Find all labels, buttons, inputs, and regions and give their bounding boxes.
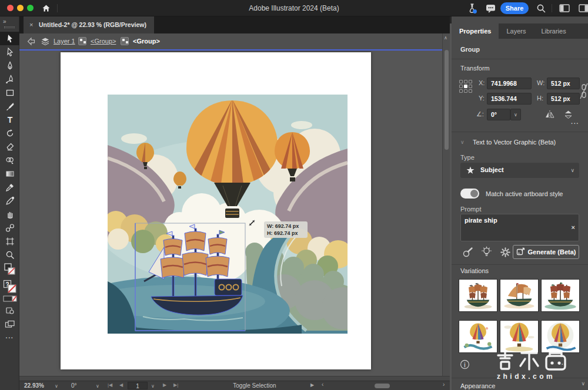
fill-stroke-swatches[interactable] (0, 261, 19, 279)
rotation-value[interactable]: 0° (71, 382, 77, 389)
zoom-level-value[interactable]: 22.93% (24, 382, 44, 389)
pen-tool[interactable] (0, 59, 19, 72)
group-badge-icon-2 (121, 37, 129, 45)
first-artboard-icon[interactable]: |◀ (108, 382, 112, 388)
panel-layout-icon[interactable] (579, 4, 588, 13)
flip-vertical-icon[interactable] (563, 110, 574, 119)
rotation-chevron-icon[interactable]: ∨ (96, 384, 99, 389)
rectangle-tool[interactable] (0, 86, 19, 99)
direct-selection-tool[interactable] (0, 45, 19, 59)
draw-mode-button[interactable] (0, 304, 19, 317)
w-input[interactable]: 512 px (547, 78, 580, 89)
symbol-sprayer-tool[interactable] (0, 180, 19, 194)
zoom-tool[interactable] (0, 248, 19, 261)
variation-thumbnail-2[interactable] (500, 279, 539, 312)
y-input[interactable]: 1536.744 (487, 93, 532, 105)
transform-title: Transform (460, 65, 490, 72)
rotate-tool[interactable] (0, 126, 19, 140)
curvature-tool[interactable] (0, 72, 19, 86)
style-picker-icon[interactable] (462, 247, 473, 258)
artboard-chevron-icon[interactable]: ∨ (151, 384, 155, 389)
last-artboard-icon[interactable]: ▶| (173, 382, 178, 388)
workspace-layout-icon[interactable] (559, 4, 570, 13)
color-none-bar[interactable] (0, 294, 19, 304)
resize-cursor-icon (248, 218, 256, 227)
toolbar-more-button[interactable]: ··· (0, 331, 19, 344)
share-button[interactable]: Share (500, 2, 529, 14)
variation-thumbnail-6[interactable] (541, 320, 580, 353)
eraser-tool[interactable] (0, 140, 19, 153)
search-icon[interactable] (536, 4, 546, 14)
close-tab-icon[interactable]: × (29, 16, 33, 33)
reference-point-grid[interactable] (459, 80, 472, 93)
info-icon[interactable]: i (460, 359, 470, 369)
back-arrow-icon[interactable] (26, 37, 36, 46)
constrain-proportions-icon[interactable] (580, 80, 588, 103)
panel-scroll-down-icon[interactable]: ∨ (581, 381, 585, 386)
unknown-fill-swatch[interactable]: ? (0, 279, 19, 294)
transform-more-icon[interactable]: ··· (571, 120, 579, 127)
artwork-image[interactable] (108, 95, 348, 334)
eraser-tool-icon (5, 142, 15, 152)
generate-button[interactable]: Generate (Beta) (513, 245, 579, 259)
x-input[interactable]: 741.9968 (487, 78, 532, 89)
selection-tool[interactable] (0, 32, 19, 45)
variation-thumbnail-3[interactable] (541, 279, 580, 312)
breadcrumb-group-parent[interactable]: <Group> (91, 38, 116, 45)
variation-thumbnail-4[interactable] (459, 320, 497, 353)
lightbulb-icon[interactable] (481, 246, 492, 258)
prompt-text: pirate ship (465, 217, 497, 224)
tab-properties[interactable]: Properties (452, 23, 499, 39)
beta-flask-icon[interactable] (467, 3, 477, 14)
variation-thumbnail-1[interactable] (459, 279, 497, 312)
eyedropper-tool[interactable] (0, 194, 19, 207)
canvas[interactable]: W: 692.74 px H: 692.74 px (19, 51, 442, 376)
tab-layers[interactable]: Layers (499, 23, 533, 39)
type-tool[interactable]: T (0, 113, 19, 126)
zoom-tool-icon (5, 250, 15, 260)
prev-artboard-icon[interactable]: ◀ (119, 382, 123, 388)
ttv-collapse-icon[interactable]: ∨ (460, 139, 465, 145)
tab-libraries[interactable]: Libraries (533, 23, 573, 39)
flip-horizontal-icon[interactable] (544, 110, 555, 119)
clear-prompt-icon[interactable]: × (572, 224, 575, 231)
toolbar-expand-icon[interactable]: » (0, 16, 19, 26)
hand-tool[interactable] (0, 207, 19, 221)
divider (452, 264, 588, 265)
rotation-input[interactable]: 0° (487, 109, 510, 120)
scroll-left-icon[interactable]: ‹ (322, 381, 323, 388)
comment-icon[interactable] (486, 4, 496, 14)
horizontal-scroll-thumb[interactable] (375, 384, 390, 388)
artboard-tool[interactable] (0, 234, 19, 248)
variations-more-icon[interactable]: ··· (559, 361, 567, 368)
subject-icon (466, 166, 475, 175)
breadcrumb-group-current: <Group> (133, 38, 160, 45)
h-input[interactable]: 512 px (547, 93, 580, 105)
scroll-right-icon[interactable]: › (443, 381, 445, 388)
rotation-dropdown-icon[interactable]: ∨ (510, 109, 521, 120)
vertical-scroll-thumb[interactable] (445, 50, 449, 150)
zoom-chevron-icon[interactable]: ∨ (55, 384, 58, 389)
shape-builder-tool-icon (5, 156, 15, 165)
gradient-tool[interactable] (0, 167, 19, 180)
variation-thumbnail-5[interactable] (500, 320, 539, 353)
next-artboard-icon[interactable]: ▶ (163, 382, 166, 388)
match-artboard-style-toggle[interactable] (460, 189, 479, 199)
screen-mode-button[interactable] (0, 317, 19, 331)
status-play-icon[interactable]: ▶ (310, 382, 314, 388)
paintbrush-tool[interactable] (0, 99, 19, 113)
panel-tabs: Properties Layers Libraries (452, 23, 588, 39)
artboard-number-field[interactable]: 1 (128, 382, 148, 389)
shape-builder-tool[interactable] (0, 153, 19, 167)
type-dropdown[interactable]: Subject ∨ (460, 163, 579, 178)
gear-icon[interactable] (500, 247, 511, 258)
layers-icon (41, 37, 50, 46)
prompt-textarea[interactable]: pirate ship × (460, 214, 579, 241)
toolbar-grip[interactable] (4, 26, 15, 28)
breadcrumb-layer[interactable]: Layer 1 (54, 38, 75, 45)
blend-tool[interactable] (0, 221, 19, 234)
document-tab[interactable]: × Untitled-2* @ 22.93 % (RGB/Preview) (24, 16, 154, 33)
vertical-scrollbar[interactable]: ∧ (442, 33, 450, 376)
divider (452, 378, 588, 378)
scroll-up-icon[interactable]: ∧ (444, 35, 447, 41)
